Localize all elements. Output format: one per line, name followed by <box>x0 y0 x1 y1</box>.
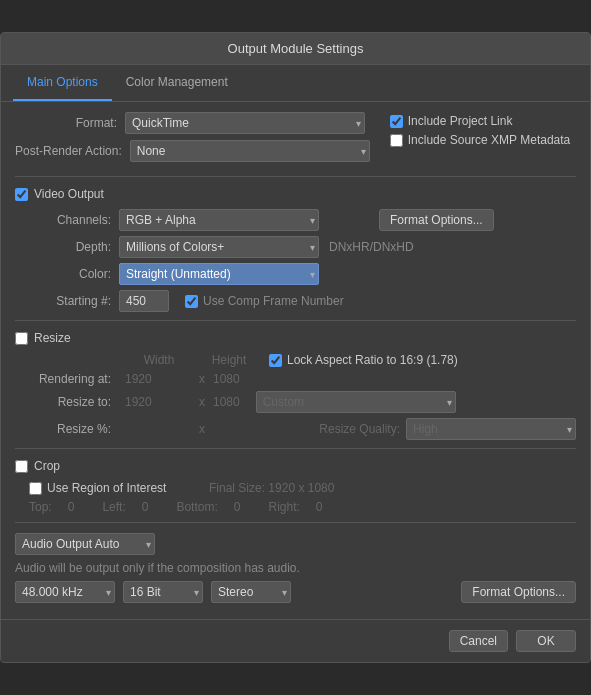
crop-title: Crop <box>34 459 60 473</box>
format-section: Format: QuickTime Post-Render Action: No… <box>15 112 370 168</box>
use-comp-frame-label[interactable]: Use Comp Frame Number <box>185 294 344 308</box>
bit-depth-select-wrapper: 16 Bit <box>123 581 203 603</box>
crop-top-row: Use Region of Interest Final Size: 1920 … <box>29 481 576 495</box>
format-row: Format: QuickTime <box>15 112 370 134</box>
bit-depth-select[interactable]: 16 Bit <box>123 581 203 603</box>
audio-channels-select[interactable]: Stereo <box>211 581 291 603</box>
starting-row: Starting #: Use Comp Frame Number <box>29 290 576 312</box>
resize-to-x: x <box>199 395 213 409</box>
tabs-bar: Main Options Color Management <box>1 65 590 102</box>
resize-to-width: 1920 <box>119 395 199 409</box>
resize-headers-row: Width Height Lock Aspect Ratio to 16:9 (… <box>29 353 576 367</box>
audio-channels-select-wrapper: Stereo <box>211 581 291 603</box>
depth-select[interactable]: Millions of Colors+ <box>119 236 319 258</box>
main-content: Format: QuickTime Post-Render Action: No… <box>1 102 590 619</box>
use-roi-label[interactable]: Use Region of Interest <box>29 481 209 495</box>
lock-aspect-checkbox[interactable] <box>269 354 282 367</box>
resize-section-header: Resize <box>15 331 576 345</box>
final-size-text: Final Size: 1920 x 1080 <box>209 481 334 495</box>
crop-left-value: 0 <box>142 500 149 514</box>
post-render-select[interactable]: None <box>130 140 370 162</box>
color-select-wrapper: Straight (Unmatted) <box>119 263 319 285</box>
height-header: Height <box>199 353 259 367</box>
video-output-checkbox[interactable] <box>15 188 28 201</box>
crop-right-value: 0 <box>316 500 323 514</box>
format-label: Format: <box>15 116 125 130</box>
title-bar: Output Module Settings <box>1 33 590 65</box>
footer: Cancel OK <box>1 619 590 662</box>
format-select-wrapper: QuickTime <box>125 112 365 134</box>
video-output-section-header: Video Output <box>15 187 576 201</box>
resize-pct-label: Resize %: <box>29 422 119 436</box>
format-select[interactable]: QuickTime <box>125 112 365 134</box>
resize-pct-row: Resize %: x Resize Quality: High <box>29 418 576 440</box>
channels-row: Channels: RGB + Alpha Format Options... <box>29 209 576 231</box>
rendering-width: 1920 <box>119 372 199 386</box>
resize-body: Width Height Lock Aspect Ratio to 16:9 (… <box>15 353 576 440</box>
audio-output-row: Audio Output Auto <box>15 533 576 555</box>
dnxhr-label: DNxHR/DNxHD <box>329 240 414 254</box>
lock-aspect-label[interactable]: Lock Aspect Ratio to 16:9 (1.78) <box>269 353 458 367</box>
rendering-at-row: Rendering at: 1920 x 1080 <box>29 372 576 386</box>
audio-format-options-btn[interactable]: Format Options... <box>461 581 576 603</box>
top-options: Format: QuickTime Post-Render Action: No… <box>15 112 576 168</box>
cancel-button[interactable]: Cancel <box>449 630 508 652</box>
include-source-xmp-checkbox[interactable] <box>390 134 403 147</box>
video-output-body: Channels: RGB + Alpha Format Options... … <box>15 209 576 312</box>
custom-select-wrapper: Custom <box>256 391 456 413</box>
crop-top-label: Top: <box>29 500 52 514</box>
crop-left-label: Left: <box>102 500 125 514</box>
width-header: Width <box>119 353 199 367</box>
channels-label: Channels: <box>29 213 119 227</box>
audio-output-select-wrapper: Audio Output Auto <box>15 533 155 555</box>
dialog-title: Output Module Settings <box>228 41 364 56</box>
post-render-select-wrapper: None <box>130 140 370 162</box>
starting-label: Starting #: <box>29 294 119 308</box>
audio-settings-row: 48.000 kHz 16 Bit Stereo Format Options.… <box>15 581 576 603</box>
crop-bottom-label: Bottom: <box>176 500 217 514</box>
crop-bottom-value: 0 <box>234 500 241 514</box>
resize-to-label: Resize to: <box>29 395 119 409</box>
audio-info-row: Audio will be output only if the composi… <box>15 561 576 575</box>
use-comp-frame-checkbox[interactable] <box>185 295 198 308</box>
audio-output-select[interactable]: Audio Output Auto <box>15 533 155 555</box>
video-format-options-btn[interactable]: Format Options... <box>379 209 494 231</box>
include-project-link-label[interactable]: Include Project Link <box>390 114 571 128</box>
include-project-link-checkbox[interactable] <box>390 115 403 128</box>
audio-section: Audio Output Auto Audio will be output o… <box>15 533 576 603</box>
resize-checkbox[interactable] <box>15 332 28 345</box>
custom-select[interactable]: Custom <box>256 391 456 413</box>
resize-title: Resize <box>34 331 71 345</box>
depth-row: Depth: Millions of Colors+ DNxHR/DNxHD <box>29 236 576 258</box>
use-roi-checkbox[interactable] <box>29 482 42 495</box>
color-row: Color: Straight (Unmatted) <box>29 263 576 285</box>
color-label: Color: <box>29 267 119 281</box>
resize-to-height: 1080 <box>213 395 240 409</box>
rendering-height: 1080 <box>213 372 240 386</box>
crop-checkbox[interactable] <box>15 460 28 473</box>
starting-input[interactable] <box>119 290 169 312</box>
video-output-title: Video Output <box>34 187 104 201</box>
post-render-row: Post-Render Action: None <box>15 140 370 162</box>
channels-select-wrapper: RGB + Alpha <box>119 209 319 231</box>
include-source-xmp-label[interactable]: Include Source XMP Metadata <box>390 133 571 147</box>
channels-select[interactable]: RGB + Alpha <box>119 209 319 231</box>
crop-right-label: Right: <box>268 500 299 514</box>
ok-button[interactable]: OK <box>516 630 576 652</box>
sample-rate-select-wrapper: 48.000 kHz <box>15 581 115 603</box>
resize-quality-label: Resize Quality: <box>319 422 400 436</box>
audio-info-text: Audio will be output only if the composi… <box>15 561 300 575</box>
crop-values-row: Top: 0 Left: 0 Bottom: 0 Right: 0 <box>29 500 576 514</box>
tab-main-options[interactable]: Main Options <box>13 65 112 101</box>
checkboxes-col: Include Project Link Include Source XMP … <box>390 112 571 147</box>
resize-pct-x: x <box>199 422 213 436</box>
post-render-label: Post-Render Action: <box>15 144 130 158</box>
resize-to-row: Resize to: 1920 x 1080 Custom <box>29 391 576 413</box>
sample-rate-select[interactable]: 48.000 kHz <box>15 581 115 603</box>
resize-quality-select-wrapper: High <box>406 418 576 440</box>
resize-quality-select[interactable]: High <box>406 418 576 440</box>
color-select[interactable]: Straight (Unmatted) <box>119 263 319 285</box>
depth-label: Depth: <box>29 240 119 254</box>
depth-select-wrapper: Millions of Colors+ <box>119 236 319 258</box>
tab-color-management[interactable]: Color Management <box>112 65 242 101</box>
